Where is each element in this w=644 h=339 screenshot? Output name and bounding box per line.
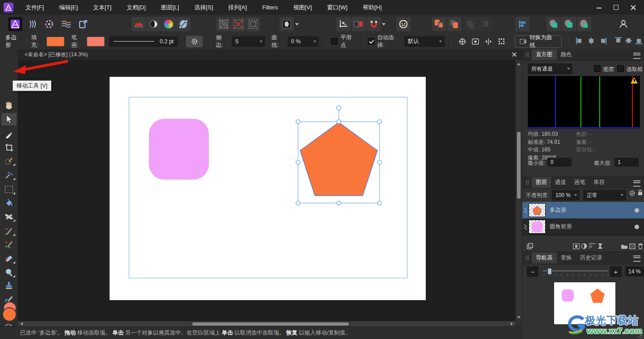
auto-white-balance-icon[interactable] (176, 17, 191, 31)
horizontal-scrollbar[interactable] (18, 321, 516, 326)
canvas-viewport[interactable] (18, 60, 516, 321)
show-rotation-center-icon[interactable] (470, 36, 481, 47)
layer-effects-icon[interactable]: fx (588, 242, 596, 250)
scroll-left-icon[interactable] (21, 322, 23, 326)
menu-file[interactable]: 文件[F] (18, 0, 51, 15)
marquee-tool[interactable] (1, 183, 17, 196)
layer-thumbnail[interactable] (529, 220, 546, 234)
quick-mask-icon[interactable] (280, 17, 294, 31)
blend-options-button[interactable] (629, 190, 636, 198)
gradient-tool[interactable] (1, 210, 17, 223)
panel-menu-icon[interactable] (633, 53, 640, 59)
alignment-icon[interactable] (515, 17, 530, 31)
menu-edit[interactable]: 编辑[E] (51, 0, 85, 15)
layer-row-rounded-rect[interactable]: 圆角矩形 (522, 218, 644, 235)
flip-handles-icon[interactable] (483, 36, 494, 47)
menu-select[interactable]: 选择[S] (186, 0, 220, 15)
panel-menu-icon[interactable] (633, 180, 640, 187)
color-replacement-tool[interactable] (1, 225, 17, 237)
menu-text[interactable]: 文本[T] (85, 0, 119, 15)
document-tab[interactable]: <未命名> [已修改] (14.3%) (18, 51, 88, 59)
account-icon[interactable] (616, 17, 631, 31)
smooth-checkbox[interactable] (331, 38, 338, 45)
scroll-up-icon[interactable] (517, 63, 521, 65)
zoom-value-input[interactable]: 14 % (625, 266, 644, 276)
snapping-chevron-icon[interactable] (381, 17, 386, 31)
align-right-icon[interactable] (599, 38, 607, 46)
boolean-intersect-icon[interactable] (577, 17, 591, 31)
convert-to-curves-button[interactable]: 转换为曲线 (515, 35, 562, 48)
group-layers-icon[interactable] (620, 242, 628, 250)
photo-persona-icon[interactable] (8, 17, 22, 31)
clipping-warning-icon[interactable] (631, 77, 638, 84)
panel-resize-grip[interactable] (638, 333, 643, 338)
lock-button[interactable] (637, 189, 643, 197)
document-close-icon[interactable] (511, 51, 517, 58)
stroke-width-control[interactable]: 0.2 pt (109, 36, 178, 47)
menu-layer[interactable]: 图层[L] (153, 0, 186, 15)
panel-grip-icon[interactable] (526, 255, 529, 260)
channel-dropdown[interactable]: 所有通道 (528, 63, 572, 74)
new-layer-icon[interactable] (628, 242, 636, 250)
align-left-icon[interactable] (576, 38, 584, 46)
autoselect-checkbox[interactable] (368, 38, 375, 45)
assistant-icon[interactable] (396, 17, 411, 31)
adjustment-layer-icon[interactable] (580, 242, 588, 250)
insert-below-icon[interactable] (479, 17, 493, 31)
layer-drag-handle[interactable] (522, 202, 529, 218)
eraser-tool[interactable] (1, 252, 17, 265)
deselect-icon[interactable] (216, 17, 231, 31)
histogram-marquee-checkbox[interactable] (617, 65, 624, 72)
mask-layer-icon[interactable] (572, 242, 580, 250)
stroke-settings-button[interactable] (186, 36, 203, 47)
view-tool[interactable] (1, 99, 17, 112)
align-center-icon[interactable] (587, 38, 595, 46)
channels-icon[interactable] (352, 17, 366, 31)
crop-tool[interactable] (1, 141, 17, 154)
vertical-scrollbar[interactable] (516, 60, 522, 321)
layer-drag-handle[interactable] (522, 218, 529, 235)
tab-history[interactable]: 历史记录 (576, 252, 606, 264)
flood-select-tool[interactable] (1, 169, 17, 181)
cycle-selection-box-icon[interactable] (457, 36, 468, 47)
tab-brushes[interactable]: 画笔 (570, 177, 589, 188)
horizontal-scroll-thumb[interactable] (192, 322, 349, 326)
min-input[interactable]: 0 (547, 158, 572, 167)
tone-mapping-persona-icon[interactable] (59, 17, 73, 31)
layer-thumbnail[interactable] (529, 203, 546, 217)
develop-persona-icon[interactable] (42, 17, 56, 31)
fill-stroke-swatches[interactable] (2, 301, 16, 326)
close-icon[interactable] (631, 5, 636, 10)
transform-origin-icon[interactable] (336, 17, 351, 31)
minimize-icon[interactable] (597, 5, 602, 10)
layer-row-pentagon[interactable]: 多边形 (522, 202, 644, 219)
align-middle-icon[interactable] (625, 37, 632, 46)
layer-visibility-toggle[interactable] (635, 208, 639, 213)
pixel-grid-icon[interactable] (496, 36, 507, 47)
opacity-dropdown[interactable]: 100 % (552, 190, 580, 201)
dodge-tool[interactable] (1, 266, 17, 279)
selection-outline-icon[interactable] (246, 17, 260, 31)
delete-layer-icon[interactable] (636, 242, 644, 250)
menu-view[interactable]: 视图[V] (286, 0, 320, 15)
stroke-swatch[interactable] (87, 37, 104, 46)
max-input[interactable]: 1 (614, 158, 639, 167)
layer-visibility-toggle[interactable] (635, 225, 639, 229)
invert-selection-icon[interactable] (231, 17, 246, 31)
panel-grip-icon[interactable] (526, 180, 529, 185)
boolean-subtract-icon[interactable] (562, 17, 576, 31)
color-picker-tool[interactable] (1, 128, 17, 141)
autoselect-dropdown[interactable]: 默认 (404, 36, 445, 47)
navigator-thumbnail[interactable] (554, 282, 615, 324)
histogram-layers-checkbox[interactable] (594, 65, 601, 72)
menu-arrange[interactable]: 排列[A] (220, 0, 254, 15)
maximize-icon[interactable] (614, 5, 619, 10)
tab-layers[interactable]: 图层 (532, 177, 551, 188)
vertical-scroll-thumb[interactable] (517, 132, 521, 199)
duplicate-layer-icon[interactable] (526, 242, 534, 250)
scroll-down-icon[interactable] (517, 316, 521, 318)
zoom-out-button[interactable]: − (527, 266, 538, 277)
flood-fill-tool[interactable] (1, 197, 17, 209)
tab-stock[interactable]: 库存 (589, 177, 609, 188)
live-filter-icon[interactable] (596, 242, 604, 250)
